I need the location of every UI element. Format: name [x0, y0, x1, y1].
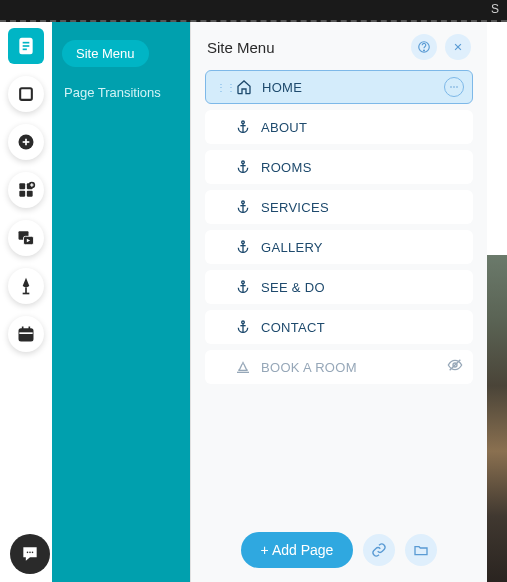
panel-footer: + Add Page [191, 518, 487, 582]
page-label: SEE & DO [261, 280, 325, 295]
svg-point-24 [27, 552, 29, 554]
link-button[interactable] [363, 534, 395, 566]
tab-site-menu[interactable]: Site Menu [62, 40, 149, 67]
page-list: ⋮⋮HOME⋮⋮ABOUT⋮⋮ROOMS⋮⋮SERVICES⋮⋮GALLERY⋮… [191, 70, 487, 518]
chat-button[interactable] [10, 534, 50, 574]
panel-header: Site Menu [191, 22, 487, 70]
svg-point-52 [242, 201, 245, 204]
folder-button[interactable] [405, 534, 437, 566]
page-label: BOOK A ROOM [261, 360, 357, 375]
site-menu-panel: Site Menu ⋮⋮HOME⋮⋮ABOUT⋮⋮ROOMS⋮⋮SERVICES… [190, 22, 487, 582]
svg-point-28 [424, 50, 425, 51]
anchor-icon [235, 279, 251, 295]
page-item[interactable]: ⋮⋮GALLERY [205, 230, 473, 264]
svg-point-60 [242, 241, 245, 244]
close-button[interactable] [445, 34, 471, 60]
svg-point-25 [29, 552, 31, 554]
panel-title: Site Menu [207, 39, 275, 56]
anchor-icon [235, 159, 251, 175]
drag-handle-icon[interactable]: ⋮⋮ [216, 82, 226, 93]
more-button[interactable] [444, 77, 464, 97]
svg-point-31 [450, 86, 452, 88]
apps-icon[interactable] [8, 172, 44, 208]
svg-rect-8 [19, 183, 25, 189]
page-label: CONTACT [261, 320, 325, 335]
background-icon[interactable] [8, 76, 44, 112]
anchor-icon [235, 319, 251, 335]
home-icon [236, 79, 252, 95]
svg-rect-20 [19, 329, 32, 341]
page-item[interactable]: ⋮⋮ROOMS [205, 150, 473, 184]
page-label: GALLERY [261, 240, 323, 255]
topbar-text: S [491, 2, 499, 16]
help-button[interactable] [411, 34, 437, 60]
page-item[interactable]: ⋮⋮SERVICES [205, 190, 473, 224]
page-item[interactable]: ⋮⋮BOOK A ROOM [205, 350, 473, 384]
sidebar-panel: Site Menu Page Transitions [52, 22, 190, 582]
svg-rect-11 [27, 191, 33, 197]
anchor-icon [235, 239, 251, 255]
svg-point-68 [242, 281, 245, 284]
anchor-icon [235, 119, 251, 135]
page-item[interactable]: ⋮⋮SEE & DO [205, 270, 473, 304]
bookings-icon[interactable] [8, 316, 44, 352]
page-item[interactable]: ⋮⋮CONTACT [205, 310, 473, 344]
page-label: SERVICES [261, 200, 329, 215]
bell-icon [235, 359, 251, 375]
page-label: ROOMS [261, 160, 312, 175]
svg-rect-4 [20, 88, 32, 100]
svg-point-36 [242, 121, 245, 124]
left-toolbar [0, 22, 52, 582]
page-label: ABOUT [261, 120, 307, 135]
svg-point-33 [456, 86, 458, 88]
editor-canvas: Site Menu Page Transitions Site Menu ⋮⋮H… [0, 22, 507, 582]
pages-icon[interactable] [8, 28, 44, 64]
anchor-icon [235, 199, 251, 215]
svg-point-26 [32, 552, 34, 554]
link-page-transitions[interactable]: Page Transitions [62, 81, 180, 104]
page-item[interactable]: ⋮⋮ABOUT [205, 110, 473, 144]
media-icon[interactable] [8, 220, 44, 256]
svg-rect-10 [19, 191, 25, 197]
svg-point-32 [453, 86, 455, 88]
page-label: HOME [262, 80, 302, 95]
add-icon[interactable] [8, 124, 44, 160]
add-page-button[interactable]: + Add Page [241, 532, 354, 568]
hidden-icon[interactable] [447, 357, 463, 377]
svg-point-44 [242, 161, 245, 164]
blog-icon[interactable] [8, 268, 44, 304]
svg-point-76 [242, 321, 245, 324]
page-item[interactable]: ⋮⋮HOME [205, 70, 473, 104]
top-bar: S [0, 0, 507, 22]
